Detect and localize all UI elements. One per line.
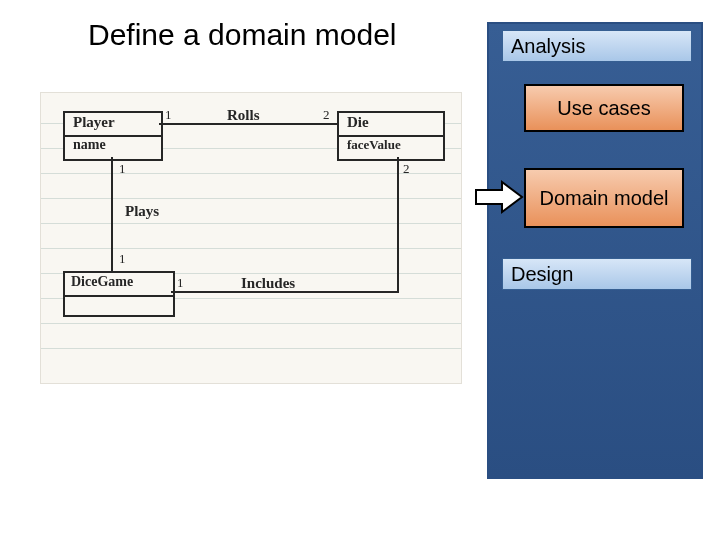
phase-analysis: Analysis [502, 30, 692, 62]
assoc-plays [111, 157, 113, 271]
phase-design: Design [502, 258, 692, 290]
class-dicegame-name: DiceGame [71, 274, 133, 290]
assoc-includes-label: Includes [241, 275, 295, 292]
class-die: Die faceValue [337, 111, 445, 161]
mult-plays-bot: 1 [119, 251, 126, 267]
class-player-name: Player [73, 114, 115, 131]
assoc-includes-v [397, 157, 399, 293]
slide-title: Define a domain model [88, 18, 397, 52]
class-dicegame: DiceGame [63, 271, 175, 317]
mult-inc-right: 2 [403, 161, 410, 177]
class-die-attr: faceValue [347, 137, 401, 153]
mult-plays-top: 1 [119, 161, 126, 177]
mult-rolls-left: 1 [165, 107, 172, 123]
current-step-arrow-icon [474, 180, 524, 214]
assoc-plays-label: Plays [125, 203, 159, 220]
domain-sketch: Player name Die faceValue DiceGame Rolls… [40, 92, 462, 384]
svg-marker-0 [476, 182, 522, 212]
mult-inc-left: 1 [177, 275, 184, 291]
class-die-name: Die [347, 114, 369, 131]
step-use-cases: Use cases [524, 84, 684, 132]
assoc-rolls-label: Rolls [227, 107, 260, 124]
step-domain-model: Domain model [524, 168, 684, 228]
class-player-attr: name [73, 137, 106, 153]
class-player: Player name [63, 111, 163, 161]
mult-rolls-right: 2 [323, 107, 330, 123]
slide: Define a domain model Analysis Use cases… [0, 0, 720, 540]
